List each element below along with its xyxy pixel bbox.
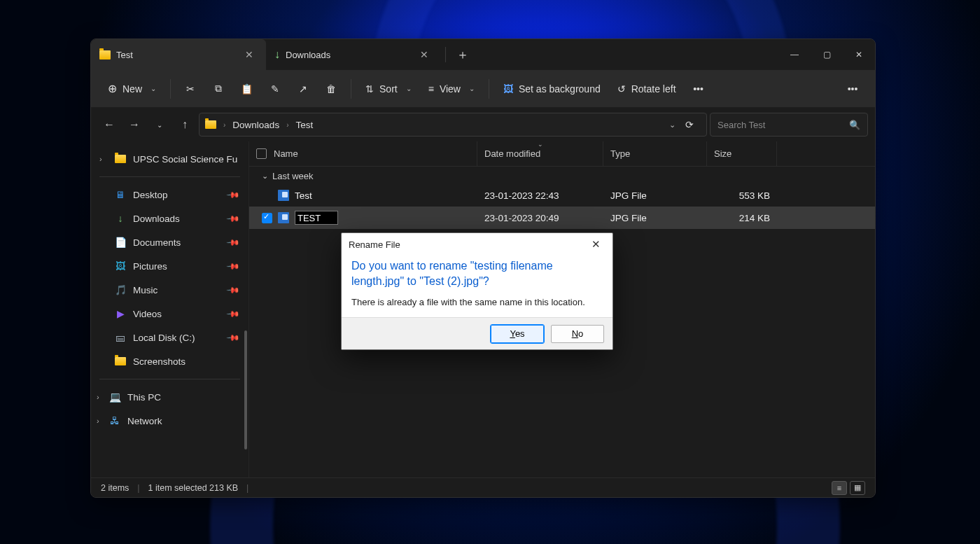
view-button[interactable]: ≡ View ⌄ bbox=[421, 76, 482, 102]
search-input[interactable]: Search Test 🔍 bbox=[710, 113, 868, 137]
pin-icon: 📌 bbox=[226, 211, 241, 226]
pin-icon: 📌 bbox=[226, 235, 241, 250]
sidebar-item-local-disk[interactable]: 🖴 Local Disk (C:) 📌 bbox=[95, 326, 244, 349]
more-button-1[interactable]: ••• bbox=[686, 76, 711, 102]
delete-button[interactable]: 🗑 bbox=[318, 76, 344, 102]
sidebar-label: Network bbox=[127, 416, 162, 426]
close-tab-icon[interactable]: ✕ bbox=[241, 46, 258, 63]
tab-downloads[interactable]: ↓ Downloads ✕ bbox=[266, 39, 441, 70]
back-button[interactable]: ← bbox=[98, 113, 120, 136]
chevron-right-icon[interactable]: › bbox=[97, 393, 99, 401]
rotate-left-icon: ↺ bbox=[617, 83, 626, 95]
column-date[interactable]: Date modified ⌄ bbox=[477, 141, 603, 166]
pin-icon: 📌 bbox=[226, 188, 241, 202]
trash-icon: 🗑 bbox=[326, 83, 336, 95]
dialog-message: There is already a file with the same na… bbox=[351, 297, 603, 307]
new-button[interactable]: ⊕ New ⌄ bbox=[101, 76, 163, 102]
sidebar-item-downloads[interactable]: ↓ Downloads 📌 bbox=[95, 207, 244, 230]
status-selection: 1 item selected 213 KB bbox=[148, 483, 239, 493]
copy-button[interactable]: ⧉ bbox=[206, 76, 231, 102]
sidebar-label: Videos bbox=[133, 309, 162, 319]
picture-icon: 🖼 bbox=[503, 83, 513, 95]
sort-label: Sort bbox=[379, 83, 398, 95]
chevron-down-icon: ⌄ bbox=[469, 85, 475, 92]
cut-button[interactable]: ✂ bbox=[178, 76, 203, 102]
rename-button[interactable]: ✎ bbox=[262, 76, 288, 102]
chevron-right-icon: › bbox=[282, 121, 293, 129]
sidebar-label: Pictures bbox=[133, 261, 167, 272]
refresh-button[interactable]: ⟳ bbox=[678, 119, 701, 130]
sidebar-item-music[interactable]: 🎵 Music 📌 bbox=[95, 278, 244, 302]
chevron-right-icon[interactable]: › bbox=[99, 155, 102, 163]
sidebar-label: Documents bbox=[133, 237, 181, 248]
dialog-close-button[interactable]: ✕ bbox=[586, 235, 606, 254]
sidebar-item-this-pc[interactable]: › 💻 This PC bbox=[95, 385, 244, 409]
file-type: JPG File bbox=[610, 213, 647, 223]
breadcrumb-segment[interactable]: Downloads bbox=[232, 120, 279, 130]
column-label: Date modified bbox=[484, 148, 540, 159]
sidebar-item-pictures[interactable]: 🖼 Pictures 📌 bbox=[95, 254, 244, 278]
share-button[interactable]: ↗ bbox=[290, 76, 316, 102]
row-checkbox[interactable] bbox=[262, 213, 272, 223]
sort-icon: ⇅ bbox=[365, 83, 374, 95]
drive-icon: 🖴 bbox=[115, 332, 126, 343]
more-button-2[interactable]: ••• bbox=[840, 76, 865, 102]
divider bbox=[99, 176, 240, 177]
divider: | bbox=[246, 483, 248, 493]
download-icon: ↓ bbox=[115, 213, 126, 224]
column-name[interactable]: Name bbox=[249, 141, 477, 166]
paste-icon: 📋 bbox=[241, 83, 253, 95]
sidebar-item-videos[interactable]: ▶ Videos 📌 bbox=[95, 302, 244, 326]
tab-test[interactable]: Test ✕ bbox=[91, 39, 266, 70]
search-icon: 🔍 bbox=[849, 120, 860, 130]
thumbnails-view-button[interactable]: ▦ bbox=[850, 481, 865, 495]
maximize-button[interactable]: ▢ bbox=[811, 39, 843, 70]
status-item-count: 2 items bbox=[101, 483, 129, 493]
group-label: Last week bbox=[272, 171, 314, 181]
sidebar-item-screenshots[interactable]: Screenshots bbox=[95, 349, 244, 373]
share-icon: ↗ bbox=[299, 83, 307, 95]
sidebar-item-upsc[interactable]: › UPSC Social Science Fu bbox=[95, 147, 244, 171]
file-row[interactable]: 23-01-2023 20:49 JPG File 214 KB bbox=[249, 207, 875, 229]
breadcrumb-segment[interactable]: Test bbox=[295, 120, 313, 130]
no-button[interactable]: No bbox=[551, 325, 604, 343]
dialog-question: Do you want to rename "testing filename … bbox=[351, 258, 603, 288]
up-button[interactable]: ↑ bbox=[174, 113, 196, 136]
new-tab-button[interactable]: ＋ bbox=[450, 42, 475, 67]
forward-button[interactable]: → bbox=[123, 113, 146, 136]
sidebar-item-network[interactable]: › 🖧 Network bbox=[95, 409, 244, 433]
sidebar-item-documents[interactable]: 📄 Documents 📌 bbox=[95, 230, 244, 254]
documents-icon: 📄 bbox=[115, 237, 126, 248]
details-view-button[interactable]: ≡ bbox=[832, 481, 847, 495]
group-header[interactable]: ⌄ Last week bbox=[249, 167, 875, 184]
set-background-button[interactable]: 🖼 Set as background bbox=[496, 76, 608, 102]
rotate-left-button[interactable]: ↺ Rotate left bbox=[610, 76, 683, 102]
dialog-title: Rename File bbox=[349, 239, 400, 250]
sidebar-item-desktop[interactable]: 🖥 Desktop 📌 bbox=[95, 183, 244, 207]
chevron-down-icon[interactable]: ⌄ bbox=[669, 120, 676, 130]
rename-dialog: Rename File ✕ Do you want to rename "tes… bbox=[341, 232, 613, 350]
scrollbar-thumb[interactable] bbox=[244, 330, 247, 449]
paste-button[interactable]: 📋 bbox=[234, 76, 260, 102]
address-bar[interactable]: › Downloads › Test ⌄ ⟳ bbox=[199, 113, 707, 137]
column-size[interactable]: Size bbox=[707, 141, 777, 166]
close-tab-icon[interactable]: ✕ bbox=[416, 46, 433, 63]
file-type: JPG File bbox=[610, 190, 647, 201]
sort-button[interactable]: ⇅ Sort ⌄ bbox=[358, 76, 419, 102]
dialog-titlebar: Rename File ✕ bbox=[342, 233, 612, 256]
sidebar: › UPSC Social Science Fu 🖥 Desktop 📌 ↓ D… bbox=[91, 141, 249, 477]
select-all-checkbox[interactable] bbox=[256, 148, 267, 159]
close-window-button[interactable]: ✕ bbox=[843, 39, 875, 70]
column-type[interactable]: Type bbox=[603, 141, 707, 166]
recent-locations-button[interactable]: ⌄ bbox=[148, 113, 171, 136]
pictures-icon: 🖼 bbox=[115, 260, 126, 272]
network-icon: 🖧 bbox=[109, 415, 120, 426]
rename-input[interactable] bbox=[295, 211, 338, 225]
rotate-left-label: Rotate left bbox=[631, 83, 676, 95]
chevron-right-icon[interactable]: › bbox=[97, 417, 99, 425]
yes-button[interactable]: Yes bbox=[491, 325, 544, 343]
file-row[interactable]: Test 23-01-2023 22:43 JPG File 553 KB bbox=[249, 184, 875, 207]
minimize-button[interactable]: — bbox=[778, 39, 811, 70]
pin-icon: 📌 bbox=[226, 307, 241, 321]
sidebar-label: UPSC Social Science Fu bbox=[133, 154, 237, 165]
